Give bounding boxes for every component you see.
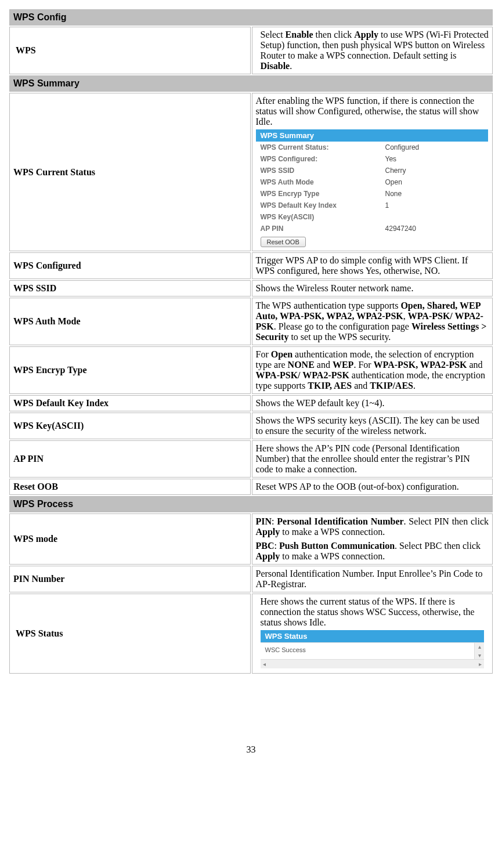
row-ssid: WPS SSID Shows the Wireless Router netwo…	[9, 280, 493, 296]
desc-appin: Here shows the AP’s PIN code (Personal I…	[252, 440, 493, 478]
desc-current-status: After enabling the WPS function, if ther…	[252, 93, 493, 251]
summary-row: WPS SSIDCherry	[256, 165, 488, 176]
row-status: WPS Status Here shows the current status…	[9, 594, 493, 674]
label-mode: WPS mode	[9, 513, 251, 565]
summary-row: WPS Current Status:Configured	[256, 142, 488, 153]
summary-row: WPS Key(ASCII)	[256, 211, 488, 223]
row-appin: AP PIN Here shows the AP’s PIN code (Per…	[9, 440, 493, 478]
section-header-text: WPS Summary	[9, 75, 493, 92]
label-ssid: WPS SSID	[9, 280, 251, 296]
summary-row: AP PIN42947240	[256, 223, 488, 234]
label-configured: WPS Configured	[9, 252, 251, 279]
label-keyascii: WPS Key(ASCII)	[9, 413, 251, 439]
wps-status-panel: WPS Status WSC Success ▴ ▾ ◂ ▸	[261, 630, 485, 668]
row-keyascii: WPS Key(ASCII) Shows the WPS security ke…	[9, 413, 493, 439]
summary-row: WPS Default Key Index1	[256, 200, 488, 211]
summary-row: WPS Configured:Yes	[256, 153, 488, 165]
reset-oob-button[interactable]: Reset OOB	[261, 237, 306, 247]
section-header-text: WPS Config	[9, 9, 493, 26]
row-mode: WPS mode PIN: Personal Identification Nu…	[9, 513, 493, 565]
content-table: WPS Config WPS Select Enable then click …	[8, 8, 494, 675]
label-auth: WPS Auth Mode	[9, 298, 251, 345]
desc-encryp: For Open authentication mode, the select…	[252, 346, 493, 394]
desc-status: Here shows the current status of the WPS…	[252, 594, 493, 674]
row-auth: WPS Auth Mode The WPS authentication typ…	[9, 298, 493, 345]
wps-summary-panel: WPS Summary WPS Current Status:Configure…	[256, 129, 488, 248]
desc-ssid: Shows the Wireless Router network name.	[252, 280, 493, 296]
label-status: WPS Status	[9, 594, 251, 674]
row-encryp: WPS Encryp Type For Open authentication …	[9, 346, 493, 394]
section-wps-process: WPS Process	[9, 496, 493, 512]
row-wps: WPS Select Enable then click Apply to us…	[9, 27, 493, 74]
desc-wps: Select Enable then click Apply to use WP…	[252, 27, 493, 74]
desc-auth: The WPS authentication type supports Ope…	[252, 298, 493, 345]
section-wps-config: WPS Config	[9, 9, 493, 26]
desc-pin: Personal Identification Number. Input En…	[252, 566, 493, 592]
row-current-status: WPS Current Status After enabling the WP…	[9, 93, 493, 251]
label-keyidx: WPS Default Key Index	[9, 395, 251, 411]
wps-status-panel-header: WPS Status	[261, 630, 485, 642]
scroll-right-icon: ▸	[476, 661, 484, 667]
row-resetoob: Reset OOB Reset WPS AP to the OOB (out-o…	[9, 479, 493, 495]
page-number: 33	[8, 744, 494, 755]
wps-status-value: WSC Success	[261, 643, 475, 659]
scroll-left-icon: ◂	[261, 661, 269, 667]
label-pin: PIN Number	[9, 566, 251, 592]
scroll-up-icon: ▴	[478, 643, 481, 650]
row-configured: WPS Configured Trigger WPS AP to do simp…	[9, 252, 493, 279]
label-wps: WPS	[9, 27, 251, 74]
section-header-text: WPS Process	[9, 496, 493, 512]
scroll-down-icon: ▾	[478, 652, 481, 659]
wps-summary-panel-header: WPS Summary	[256, 129, 488, 142]
label-encryp: WPS Encryp Type	[9, 346, 251, 394]
section-wps-summary: WPS Summary	[9, 75, 493, 92]
row-keyidx: WPS Default Key Index Shows the WEP defa…	[9, 395, 493, 411]
summary-row: WPS Encryp TypeNone	[256, 188, 488, 200]
label-resetoob: Reset OOB	[9, 479, 251, 495]
summary-row: WPS Auth ModeOpen	[256, 176, 488, 188]
label-appin: AP PIN	[9, 440, 251, 478]
desc-mode: PIN: Personal Identification Number. Sel…	[252, 513, 493, 565]
desc-keyascii: Shows the WPS security keys (ASCII). The…	[252, 413, 493, 439]
desc-configured: Trigger WPS AP to do simple config with …	[252, 252, 493, 279]
horizontal-scrollbar[interactable]: ◂ ▸	[261, 659, 485, 668]
vertical-scrollbar[interactable]: ▴ ▾	[474, 643, 484, 659]
desc-keyidx: Shows the WEP default key (1~4).	[252, 395, 493, 411]
row-pin: PIN Number Personal Identification Numbe…	[9, 566, 493, 592]
desc-resetoob: Reset WPS AP to the OOB (out-of-box) con…	[252, 479, 493, 495]
label-current-status: WPS Current Status	[9, 93, 251, 251]
